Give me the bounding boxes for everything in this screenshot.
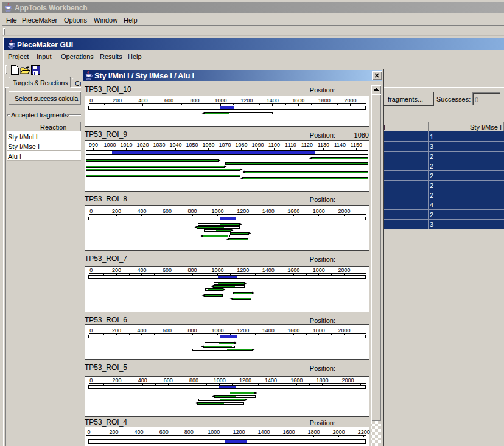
svg-text:600: 600: [164, 97, 173, 103]
svg-text:600: 600: [159, 429, 169, 435]
svg-text:400: 400: [138, 97, 147, 103]
svg-text:1100: 1100: [268, 142, 280, 148]
svg-text:1000: 1000: [212, 267, 224, 273]
svg-text:1000: 1000: [103, 142, 116, 148]
svg-text:1400: 1400: [262, 207, 275, 214]
svg-text:2200: 2200: [358, 429, 370, 435]
svg-text:1020: 1020: [136, 142, 149, 148]
svg-text:1200: 1200: [240, 97, 253, 103]
svg-text:1000: 1000: [208, 429, 220, 435]
svg-text:0: 0: [89, 377, 93, 383]
svg-text:800: 800: [187, 207, 197, 214]
svg-text:200: 200: [112, 377, 121, 383]
svg-text:1030: 1030: [153, 142, 165, 148]
svg-text:1200: 1200: [239, 377, 251, 383]
svg-text:600: 600: [163, 207, 172, 214]
svg-text:2000: 2000: [338, 267, 350, 273]
svg-text:1600: 1600: [292, 97, 304, 103]
svg-text:1400: 1400: [262, 327, 275, 333]
svg-text:400: 400: [135, 429, 144, 435]
svg-text:1600: 1600: [282, 429, 295, 435]
svg-text:1200: 1200: [233, 429, 245, 435]
svg-text:1140: 1140: [334, 142, 346, 148]
svg-text:400: 400: [137, 327, 146, 333]
svg-text:800: 800: [187, 267, 197, 273]
svg-text:1060: 1060: [202, 142, 214, 148]
svg-text:1800: 1800: [313, 267, 325, 273]
svg-text:0: 0: [89, 207, 93, 214]
svg-text:2000: 2000: [344, 97, 356, 103]
svg-text:600: 600: [164, 377, 173, 383]
svg-text:1600: 1600: [287, 327, 299, 333]
svg-text:2000: 2000: [342, 377, 354, 383]
svg-text:1400: 1400: [257, 429, 270, 435]
svg-text:400: 400: [137, 207, 146, 214]
svg-text:1800: 1800: [316, 377, 328, 383]
svg-text:600: 600: [163, 267, 172, 273]
svg-text:800: 800: [187, 327, 197, 333]
svg-text:1200: 1200: [237, 327, 249, 333]
svg-text:1040: 1040: [169, 142, 181, 148]
svg-text:1800: 1800: [318, 97, 331, 103]
svg-text:1400: 1400: [262, 267, 275, 273]
svg-text:200: 200: [112, 207, 121, 214]
svg-text:1800: 1800: [307, 429, 320, 435]
svg-text:2000: 2000: [333, 429, 345, 435]
svg-text:990: 990: [89, 142, 98, 148]
svg-text:1400: 1400: [265, 377, 277, 383]
svg-text:1200: 1200: [237, 267, 249, 273]
svg-text:200: 200: [112, 327, 121, 333]
svg-text:0: 0: [89, 267, 93, 273]
svg-text:400: 400: [138, 377, 147, 383]
svg-text:1200: 1200: [237, 207, 249, 214]
svg-text:1080: 1080: [235, 142, 247, 148]
svg-text:2000: 2000: [338, 207, 350, 214]
svg-text:800: 800: [189, 377, 198, 383]
svg-text:800: 800: [190, 97, 199, 103]
svg-text:1600: 1600: [287, 207, 299, 214]
svg-text:1800: 1800: [313, 207, 325, 214]
svg-text:1010: 1010: [120, 142, 132, 148]
svg-text:0: 0: [89, 327, 93, 333]
svg-text:1400: 1400: [267, 97, 279, 103]
svg-text:1090: 1090: [251, 142, 264, 148]
svg-text:1150: 1150: [351, 142, 362, 148]
svg-text:1120: 1120: [301, 142, 313, 148]
svg-text:1600: 1600: [290, 377, 303, 383]
svg-text:1600: 1600: [287, 267, 299, 273]
svg-text:200: 200: [112, 267, 121, 273]
svg-text:1000: 1000: [214, 377, 226, 383]
svg-text:400: 400: [137, 267, 146, 273]
svg-text:1000: 1000: [212, 327, 224, 333]
svg-text:0: 0: [89, 97, 93, 103]
svg-text:1000: 1000: [212, 207, 224, 214]
svg-text:1070: 1070: [219, 142, 231, 148]
svg-text:800: 800: [184, 429, 194, 435]
svg-text:600: 600: [163, 327, 172, 333]
svg-text:1800: 1800: [313, 327, 325, 333]
svg-text:1130: 1130: [318, 142, 329, 148]
svg-text:1000: 1000: [215, 97, 227, 103]
svg-text:1050: 1050: [186, 142, 198, 148]
svg-text:200: 200: [110, 429, 119, 435]
svg-text:1110: 1110: [285, 142, 296, 148]
svg-text:200: 200: [113, 97, 122, 103]
svg-text:0: 0: [87, 429, 90, 435]
svg-text:2000: 2000: [338, 327, 350, 333]
